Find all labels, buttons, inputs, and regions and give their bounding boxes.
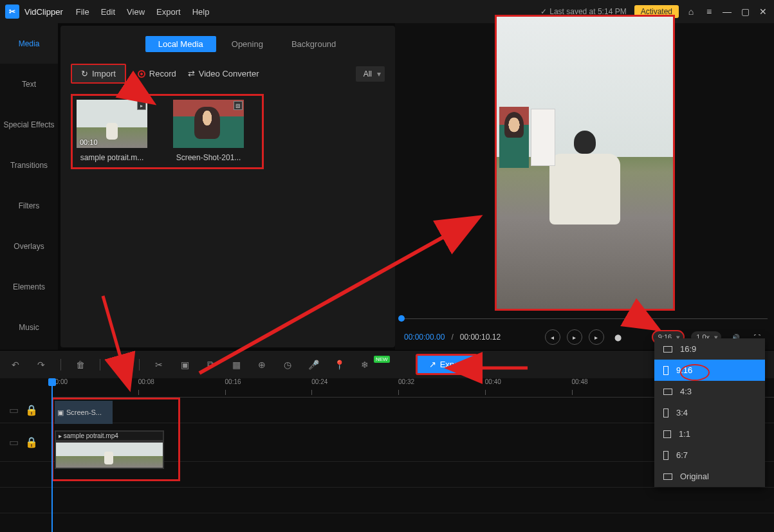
menu-export[interactable]: Export [156,7,181,17]
crop-button[interactable]: ▣ [178,358,191,371]
voice-button[interactable]: 🎤 [307,358,320,371]
minimize-icon[interactable]: — [721,6,733,17]
zoom-button[interactable]: ⊕ [255,358,268,371]
track-lock-icon[interactable]: 🔒 [25,404,38,416]
clip-name: Screen-Shot-201... [173,153,244,162]
menu-help[interactable]: Help [192,7,210,17]
clip-duration: 00:10 [80,138,98,146]
close-icon[interactable]: ✕ [757,6,769,17]
video-icon: ▸ [59,432,62,439]
home-icon[interactable]: ⌂ [685,6,697,17]
track-lock-icon[interactable]: 🔒 [25,436,38,448]
menu-edit[interactable]: Edit [101,7,115,17]
import-button[interactable]: ↻ Import [71,64,126,84]
undo-button[interactable]: ↶ [9,358,22,371]
sidebar-media[interactable]: Media [0,23,58,64]
sidebar-overlays[interactable]: Overlays [0,226,58,266]
stop-record-icon[interactable]: ⬤ [611,329,626,345]
tab-background[interactable]: Background [279,36,349,52]
media-clip[interactable]: ▸ 00:10 sample potrait.m... [77,100,147,162]
video-converter-button[interactable]: ⇄ Video Converter [188,69,259,78]
menu-file[interactable]: File [76,7,89,17]
media-panel: Local Media Opening Background ↻ Import … [60,26,395,347]
aspect-ratio-menu: 16:9 9:16 4:3 3:4 1:1 6:7 Original [654,338,765,487]
timeline-clip[interactable]: ▸ sample potrait.mp4 [55,430,164,469]
sidebar-music[interactable]: Music [0,307,58,347]
hamburger-icon[interactable]: ≡ [703,6,715,17]
delete-button[interactable]: 🗑 [74,358,87,371]
timeline-clips-highlight: ▣ Screen-S... ▸ sample potrait.mp4 [51,398,180,481]
track-video-icon: ▭ [9,436,19,448]
record-button[interactable]: Record [138,69,176,78]
new-badge: NEW [374,356,390,363]
preview-canvas[interactable] [395,23,774,313]
time-total: 00:00:10.12 [460,333,501,342]
ratio-option-original[interactable]: Original [654,466,765,487]
converter-icon: ⇄ [188,69,195,78]
sidebar-filters[interactable]: Filters [0,185,58,226]
ratio-option-16-9[interactable]: 16:9 [654,338,765,360]
redo-button[interactable]: ↷ [35,358,48,371]
track-video-icon: ▭ [9,404,19,416]
timeline-clip[interactable]: ▣ Screen-S... [55,401,113,424]
sidebar-transitions[interactable]: Transitions [0,145,58,185]
sidebar-text[interactable]: Text [0,64,58,104]
ratio-option-4-3[interactable]: 4:3 [654,381,765,402]
preview-scrubber[interactable] [401,313,768,324]
ratio-option-9-16[interactable]: 9:16 [654,360,765,381]
edit-button[interactable]: ✎ [113,358,126,371]
export-icon: ↗ [429,360,436,369]
playhead[interactable] [51,378,53,532]
tab-opening[interactable]: Opening [219,36,276,52]
prev-frame-button[interactable]: ◂ [545,329,560,345]
refresh-icon: ↻ [81,69,88,78]
app-logo-icon: ✂ [5,5,19,19]
sidebar: Media Text Special Effects Transitions F… [0,23,58,350]
timeline-track[interactable] [0,488,774,513]
image-type-icon: ▧ [234,101,243,110]
sidebar-elements[interactable]: Elements [0,266,58,307]
video-type-icon: ▸ [137,101,146,110]
preview-area: 00:00:00.00 / 00:00:10.12 ◂ ▸ ▸ ⬤ 9:16 1… [395,23,774,350]
ratio-option-1-1[interactable]: 1:1 [654,423,765,445]
duration-button[interactable]: ◷ [281,358,294,371]
ratio-option-3-4[interactable]: 3:4 [654,402,765,423]
media-clip[interactable]: ▧ Screen-Shot-201... [173,100,244,162]
maximize-icon[interactable]: ▢ [739,6,751,17]
tab-local-media[interactable]: Local Media [145,36,216,52]
pip-icon: ▣ [57,408,64,417]
media-clips: ▸ 00:10 sample potrait.m... ▧ Screen-Sho… [71,94,264,169]
time-current: 00:00:00.00 [404,333,445,342]
sidebar-special-effects[interactable]: Special Effects [0,104,58,145]
menu-bar: File Edit View Export Help [76,7,210,17]
copy-button[interactable]: ⧉ [204,358,217,371]
clip-name: sample potrait.m... [77,153,147,162]
ratio-option-6-7[interactable]: 6:7 [654,445,765,466]
record-icon [138,70,145,78]
mark-button[interactable]: 📍 [333,358,346,371]
filter-select[interactable]: All [356,66,385,82]
freeze-button[interactable]: ❄ [358,358,371,371]
pip-overlay [499,107,557,168]
play-button[interactable]: ▸ [567,329,582,345]
export-button[interactable]: ↗ Export [416,354,478,375]
menu-view[interactable]: View [127,7,145,17]
mosaic-button[interactable]: ▦ [230,358,243,371]
app-name: VidClipper [24,7,63,17]
next-frame-button[interactable]: ▸ [589,329,604,345]
split-button[interactable]: ✂ [152,358,165,371]
